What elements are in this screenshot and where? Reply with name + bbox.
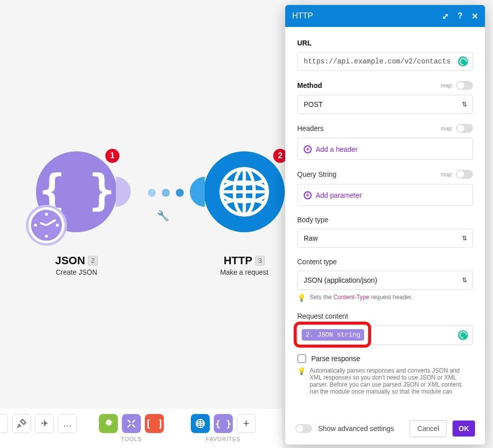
plus-circle-icon: + bbox=[304, 145, 312, 153]
panel-footer: Show advanced settings Cancel OK bbox=[285, 412, 485, 445]
tool-brackets[interactable]: [ ] bbox=[145, 414, 164, 433]
node-http-title: HTTP bbox=[224, 254, 252, 267]
parse-response-checkbox[interactable] bbox=[297, 354, 306, 363]
node-http-subtitle: Make a request bbox=[204, 268, 285, 276]
node-json-title: JSON bbox=[55, 254, 85, 267]
ok-button[interactable]: OK bbox=[453, 421, 475, 437]
gear-icon bbox=[103, 418, 114, 429]
panel-header: HTTP ⤢ ? ✕ bbox=[285, 5, 485, 27]
plus-circle-icon: + bbox=[304, 191, 312, 199]
bulb-icon: 💡 bbox=[297, 294, 306, 302]
node-http-number: 3 bbox=[255, 256, 265, 266]
grammarly-icon bbox=[458, 330, 468, 340]
braces-icon: { } bbox=[215, 419, 232, 429]
node-json-subtitle: Create JSON bbox=[36, 268, 117, 276]
connector-in-icon bbox=[190, 177, 205, 207]
panel-title: HTTP bbox=[292, 11, 313, 20]
advanced-toggle[interactable] bbox=[295, 424, 312, 433]
map-label: map: bbox=[441, 125, 453, 131]
config-panel: HTTP ⤢ ? ✕ URL Method map: POST ⇅ bbox=[285, 5, 485, 445]
cancel-button[interactable]: Cancel bbox=[410, 420, 447, 437]
help-icon[interactable]: ? bbox=[458, 11, 463, 20]
query-list: + Add parameter bbox=[297, 184, 473, 206]
chevron-updown-icon: ⇅ bbox=[462, 101, 467, 108]
globe-icon bbox=[195, 418, 206, 429]
connector-dots bbox=[148, 189, 184, 197]
favorites-label: FAVORITES bbox=[206, 436, 241, 442]
body-type-label: Body type bbox=[297, 216, 473, 224]
query-string-label: Query String bbox=[297, 170, 337, 178]
headers-list: + Add a header bbox=[297, 138, 473, 160]
content-type-hint: 💡 Sets the Content-Type request header. bbox=[297, 294, 473, 302]
add-header-button[interactable]: + Add a header bbox=[304, 145, 358, 153]
node-json-badge: 1 bbox=[104, 147, 121, 164]
add-favorite-button[interactable]: + bbox=[237, 414, 256, 433]
scenario-canvas[interactable]: 🔧 { } 1 JSON 2 Create JSON bbox=[0, 0, 282, 448]
expand-icon[interactable]: ⤢ bbox=[442, 11, 449, 21]
parse-response-hint: 💡 Automatically parses responses and con… bbox=[297, 367, 473, 395]
chevron-updown-icon: ⇅ bbox=[462, 235, 467, 242]
node-http[interactable]: 2 HTTP 3 Make a request bbox=[204, 151, 285, 276]
panel-scroll[interactable]: URL Method map: POST ⇅ Headers bbox=[285, 27, 485, 445]
toolbar-airplane-button[interactable]: ✈︎ bbox=[35, 414, 54, 433]
headers-label: Headers bbox=[297, 124, 324, 132]
advanced-label: Show advanced settings bbox=[318, 425, 394, 433]
content-type-select[interactable]: JSON (application/json) bbox=[297, 271, 473, 290]
globe-icon bbox=[217, 164, 272, 219]
body-type-select[interactable]: Raw bbox=[297, 229, 473, 248]
method-select[interactable]: POST bbox=[297, 95, 473, 114]
parse-response-label: Parse response bbox=[311, 355, 360, 363]
wand-icon bbox=[16, 418, 27, 429]
tool-flow[interactable] bbox=[122, 414, 141, 433]
mapping-pill[interactable]: 2. JSON string bbox=[302, 329, 364, 341]
request-content-label: Request content bbox=[297, 312, 473, 320]
url-label: URL bbox=[297, 39, 473, 47]
connector-out-icon bbox=[116, 177, 131, 207]
chevron-updown-icon: ⇅ bbox=[462, 277, 467, 284]
brackets-icon: [ ] bbox=[145, 418, 163, 430]
plus-icon: + bbox=[243, 417, 250, 430]
toolbar-more-button[interactable]: … bbox=[58, 414, 77, 433]
map-label: map: bbox=[441, 82, 453, 88]
tool-settings[interactable] bbox=[99, 414, 118, 433]
tools-label: TOOLS bbox=[121, 436, 142, 442]
favorite-http[interactable] bbox=[191, 414, 210, 433]
url-input[interactable] bbox=[297, 52, 473, 71]
airplane-icon: ✈︎ bbox=[41, 418, 48, 429]
map-label: map: bbox=[441, 171, 453, 177]
method-label: Method bbox=[297, 81, 322, 89]
node-json-number: 2 bbox=[88, 256, 97, 266]
query-map-toggle[interactable] bbox=[456, 170, 473, 179]
bulb-icon: 💡 bbox=[297, 367, 306, 376]
wrench-cross-icon bbox=[126, 418, 137, 429]
bottom-toolbar: ✈︎ … [ ] TOOLS { } bbox=[0, 409, 282, 448]
toolbar-tools-button[interactable] bbox=[12, 414, 31, 433]
more-icon: … bbox=[63, 419, 72, 429]
request-content-input[interactable]: 2. JSON string bbox=[297, 325, 473, 345]
headers-map-toggle[interactable] bbox=[456, 124, 473, 133]
close-icon[interactable]: ✕ bbox=[472, 11, 478, 21]
toolbar-overflow-left[interactable] bbox=[0, 414, 8, 433]
favorite-json[interactable]: { } bbox=[214, 414, 233, 433]
schedule-icon[interactable] bbox=[26, 205, 67, 246]
wrench-icon[interactable]: 🔧 bbox=[157, 210, 169, 222]
content-type-label: Content type bbox=[297, 258, 473, 266]
grammarly-icon bbox=[458, 56, 468, 66]
add-parameter-button[interactable]: + Add parameter bbox=[304, 191, 362, 199]
method-map-toggle[interactable] bbox=[456, 81, 473, 90]
